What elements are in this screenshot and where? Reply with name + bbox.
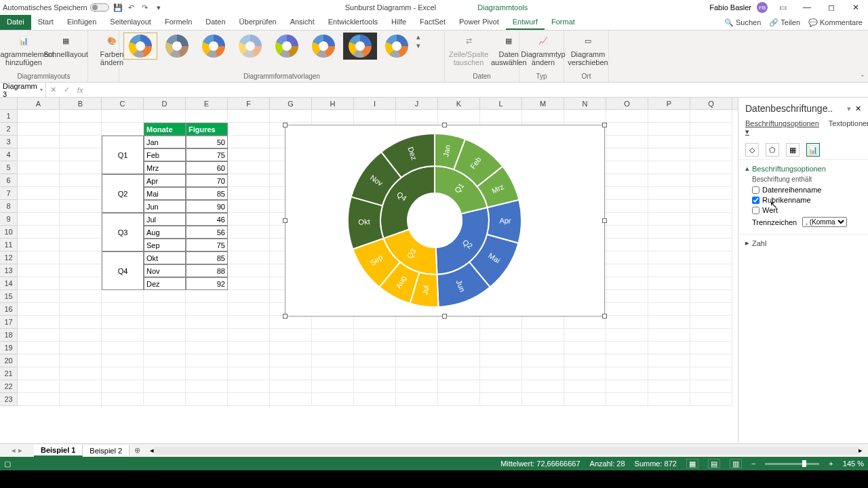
cell[interactable] [144, 393, 186, 406]
cell[interactable] [18, 367, 60, 380]
horizontal-scrollbar[interactable] [154, 447, 859, 455]
cell[interactable] [606, 110, 648, 123]
row-head[interactable]: 10 [0, 226, 18, 239]
resize-handle[interactable] [283, 123, 288, 127]
cell[interactable] [60, 367, 102, 380]
tab-review[interactable]: Überprüfen [233, 15, 283, 30]
row-head[interactable]: 16 [0, 303, 18, 316]
cell[interactable] [690, 187, 732, 200]
change-chart-type-button[interactable]: 📈Diagrammtyp ändern [524, 33, 563, 66]
cell[interactable] [438, 342, 480, 354]
cell[interactable] [564, 329, 606, 342]
cell[interactable] [186, 393, 228, 406]
cell[interactable] [648, 329, 690, 342]
cell[interactable] [480, 380, 522, 393]
cell[interactable]: 70 [186, 174, 228, 187]
col-L[interactable]: L [480, 98, 522, 109]
col-C[interactable]: C [102, 98, 144, 109]
sheet-tab-2[interactable]: Beispiel 2 [83, 445, 130, 456]
row-head[interactable]: 7 [0, 187, 18, 200]
cell[interactable] [312, 316, 354, 329]
tab-powerpivot[interactable]: Power Pivot [452, 15, 506, 30]
cell[interactable] [186, 367, 228, 380]
chart-object[interactable]: Q1JanFebMrzQ2AprMaiJunQ3JulAugSepQ4OktNo… [285, 125, 605, 317]
tab-insert[interactable]: Einfügen [60, 15, 103, 30]
cell[interactable] [60, 380, 102, 393]
cell[interactable] [396, 316, 438, 329]
cell[interactable] [60, 200, 102, 213]
row-head[interactable]: 23 [0, 393, 18, 406]
tab-design[interactable]: Entwurf [506, 15, 545, 30]
cell[interactable]: 75 [186, 239, 228, 251]
cell[interactable] [186, 290, 228, 303]
cell[interactable] [606, 213, 648, 226]
cell[interactable] [354, 354, 396, 367]
minimize-button[interactable]: — [797, 1, 816, 14]
fx-icon[interactable]: fx [77, 86, 83, 94]
cell[interactable] [564, 393, 606, 406]
cell[interactable] [480, 393, 522, 406]
cell[interactable] [522, 316, 564, 329]
cell[interactable] [690, 213, 732, 226]
cell[interactable] [228, 264, 270, 277]
cell[interactable] [564, 110, 606, 123]
size-props-icon[interactable]: ▦ [786, 143, 800, 157]
cell[interactable]: 56 [186, 226, 228, 239]
move-chart-button[interactable]: ▭Diagramm verschieben [568, 33, 608, 66]
row-head[interactable]: 5 [0, 161, 18, 174]
cell[interactable] [144, 354, 186, 367]
cell[interactable] [102, 354, 144, 367]
col-M[interactable]: M [522, 98, 564, 109]
cell[interactable]: Mai [144, 187, 186, 200]
cell[interactable] [606, 342, 648, 354]
cell[interactable] [60, 239, 102, 251]
row-head[interactable]: 12 [0, 251, 18, 264]
cell[interactable] [60, 303, 102, 316]
tab-format[interactable]: Format [545, 15, 582, 30]
effects-icon[interactable]: ⬠ [766, 143, 779, 157]
cell[interactable]: 75 [186, 148, 228, 161]
resize-handle[interactable] [283, 218, 288, 223]
cell[interactable] [228, 342, 270, 354]
cell[interactable] [564, 342, 606, 354]
cell[interactable] [438, 393, 480, 406]
cell[interactable] [648, 174, 690, 187]
cell[interactable] [606, 148, 648, 161]
cell[interactable] [144, 329, 186, 342]
cell[interactable] [690, 277, 732, 290]
cell[interactable] [606, 290, 648, 303]
row-head[interactable]: 1 [0, 110, 18, 123]
cell[interactable] [102, 110, 144, 123]
cell[interactable] [18, 393, 60, 406]
cell[interactable] [102, 367, 144, 380]
cell[interactable] [228, 316, 270, 329]
cell[interactable]: Dez [144, 277, 186, 290]
formula-input[interactable] [87, 89, 868, 92]
cell[interactable] [60, 264, 102, 277]
row-head[interactable]: 15 [0, 290, 18, 303]
cell[interactable] [690, 226, 732, 239]
cell[interactable] [60, 123, 102, 136]
cell[interactable] [648, 148, 690, 161]
cell[interactable] [648, 187, 690, 200]
cell[interactable] [18, 110, 60, 123]
col-B[interactable]: B [60, 98, 102, 109]
search-input[interactable]: 🔍 Suchen [724, 18, 761, 27]
cell[interactable] [648, 110, 690, 123]
cell[interactable] [522, 110, 564, 123]
col-N[interactable]: N [564, 98, 606, 109]
separator-select[interactable]: , (Komma) [802, 217, 847, 227]
row-head[interactable]: 14 [0, 277, 18, 290]
cell[interactable] [18, 226, 60, 239]
cell[interactable] [480, 110, 522, 123]
share-button[interactable]: 🔗 Teilen [769, 18, 800, 27]
cell[interactable] [18, 264, 60, 277]
switch-row-col-button[interactable]: ⇄Zeile/Spalte tauschen [449, 33, 488, 66]
cell[interactable] [186, 354, 228, 367]
cell[interactable] [18, 200, 60, 213]
tab-file[interactable]: Datei [0, 15, 31, 30]
section-label-options[interactable]: ▴ Beschriftungsoptionen [745, 164, 861, 173]
cell[interactable] [690, 367, 732, 380]
cell[interactable] [60, 110, 102, 123]
cell[interactable] [396, 380, 438, 393]
